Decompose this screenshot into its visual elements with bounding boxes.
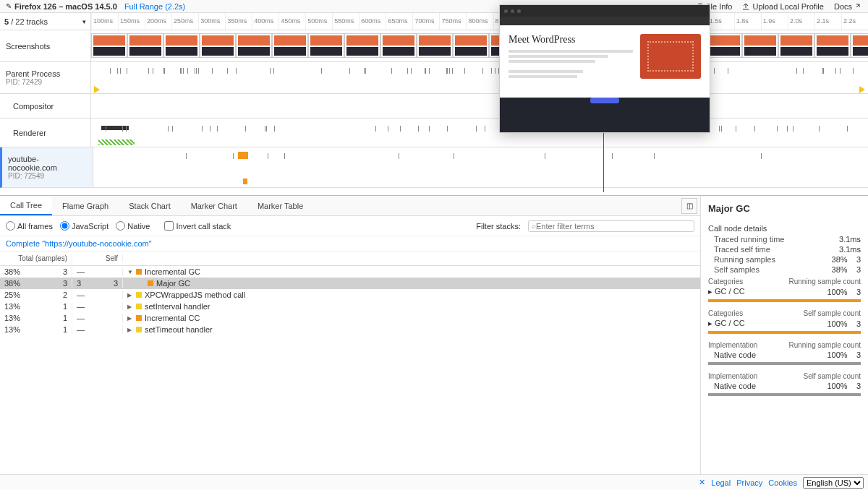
screenshot-thumb[interactable] <box>272 33 308 58</box>
impl-row: Native code100% 3 <box>701 349 868 361</box>
screenshot-thumb[interactable] <box>417 33 453 58</box>
screenshot-thumb[interactable] <box>380 33 417 58</box>
ruler-tick: 700ms <box>412 13 434 30</box>
category-bar <box>708 299 861 302</box>
section-header: Call node details <box>701 220 868 234</box>
screenshot-preview: Meet WordPress <box>499 4 710 133</box>
checkbox-invert[interactable]: Invert call stack <box>164 221 231 231</box>
tab-flamegraph[interactable]: Flame Graph <box>52 196 119 215</box>
calltree-row[interactable]: 13%1—▶setInterval handler <box>0 301 700 312</box>
language-select[interactable]: English (US) <box>803 477 864 489</box>
screenshot-thumb[interactable] <box>344 33 380 58</box>
screenshot-thumb[interactable] <box>91 33 127 58</box>
tracks-count: 5 / 22 tracks <box>4 17 48 26</box>
calltree-row[interactable]: 25%2—▶XPCWrappedJS method call <box>0 289 700 301</box>
calltree-row[interactable]: 38%3—▼Incremental GC <box>0 266 700 278</box>
impl-bar <box>708 393 861 396</box>
timeline-ruler[interactable]: 100ms150ms200ms250ms300ms350ms400ms450ms… <box>91 13 868 30</box>
call-tree[interactable]: 38%3—▼Incremental GC38%333Major GC25%2—▶… <box>0 266 700 335</box>
youtube-track[interactable] <box>93 147 868 187</box>
filter-input[interactable] <box>536 222 691 231</box>
category-bar <box>708 331 861 334</box>
impl-bar <box>708 362 861 365</box>
profile-title: Firefox 126 – macOS 14.5.0 <box>14 2 117 11</box>
category-row[interactable]: ▸ GC / CC100% 3 <box>701 317 868 330</box>
screenshot-thumb[interactable] <box>814 33 851 58</box>
tab-markerchart[interactable]: Marker Chart <box>181 196 247 215</box>
detail-title: Major GC <box>701 196 868 220</box>
preview-heading: Meet WordPress <box>509 34 633 46</box>
ruler-tick: 250ms <box>171 13 193 30</box>
impl-row: Native code100% 3 <box>701 380 868 392</box>
ruler-tick: 1.8s <box>734 13 749 30</box>
ruler-tick: 600ms <box>359 13 380 30</box>
breadcrumb[interactable]: Complete "https://youtube-nocookie.com" <box>0 236 700 252</box>
renderer-track[interactable] <box>91 119 868 147</box>
ruler-tick: 500ms <box>305 13 327 30</box>
calltree-row[interactable]: 13%1—▶setTimeout handler <box>0 324 700 335</box>
screenshot-thumb[interactable] <box>742 33 778 58</box>
radio-all-frames[interactable]: All frames <box>6 221 53 231</box>
upload-profile-button[interactable]: Upload Local Profile <box>742 2 823 11</box>
activity-hatch <box>98 139 135 145</box>
track-label-parent[interactable]: Parent Process PID: 72429 <box>0 62 91 93</box>
calltree-row[interactable]: 38%333Major GC <box>0 278 700 289</box>
gc-marker <box>238 152 248 159</box>
tab-stackchart[interactable]: Stack Chart <box>119 196 180 215</box>
ruler-tick: 650ms <box>386 13 407 30</box>
screenshot-thumb[interactable] <box>163 33 200 58</box>
ruler-tick: 750ms <box>439 13 461 30</box>
radio-javascript[interactable]: JavaScript <box>60 221 109 231</box>
compositor-track[interactable] <box>91 94 868 118</box>
ruler-tick: 150ms <box>118 13 140 30</box>
screenshot-thumb[interactable] <box>308 33 344 58</box>
marker-flag-icon <box>859 86 865 93</box>
close-icon[interactable]: ✕ <box>700 478 705 487</box>
legal-link[interactable]: Legal <box>711 478 731 487</box>
ruler-tick: 100ms <box>91 13 113 30</box>
ruler-tick: 1.9s <box>761 13 775 30</box>
ruler-tick: 350ms <box>225 13 247 30</box>
ruler-tick: 2.2s <box>841 13 856 30</box>
screenshot-thumb[interactable] <box>706 33 742 58</box>
preview-image <box>640 34 701 79</box>
radio-native[interactable]: Native <box>116 221 150 231</box>
edit-icon[interactable]: ✎ <box>6 2 12 10</box>
screenshot-thumb[interactable] <box>453 33 489 58</box>
track-label-renderer[interactable]: Renderer <box>0 119 91 147</box>
ruler-tick: 400ms <box>252 13 273 30</box>
chevron-down-icon: ▾ <box>82 18 86 25</box>
flag-icon <box>243 179 247 184</box>
filter-label: Filter stacks: <box>476 222 521 231</box>
marker-flag-icon <box>94 86 100 93</box>
screenshot-thumb[interactable] <box>127 33 163 58</box>
range-selector[interactable]: Full Range (2.2s) <box>124 2 185 11</box>
tab-calltree[interactable]: Call Tree <box>0 196 52 215</box>
parent-track[interactable] <box>91 62 868 93</box>
screenshot-thumb[interactable] <box>200 33 236 58</box>
col-header-self[interactable]: Self <box>72 254 123 262</box>
docs-link[interactable]: Docs <box>834 2 862 11</box>
privacy-link[interactable]: Privacy <box>736 478 762 487</box>
category-row[interactable]: ▸ GC / CC100% 3 <box>701 285 868 298</box>
track-label-compositor[interactable]: Compositor <box>0 94 91 118</box>
screenshot-thumb[interactable] <box>236 33 272 58</box>
ruler-tick: 450ms <box>278 13 300 30</box>
tracks-toggle[interactable]: 5 / 22 tracks ▾ <box>0 13 91 30</box>
screenshot-thumb[interactable] <box>851 33 868 58</box>
col-header-total[interactable]: Total (samples) <box>0 254 72 262</box>
screenshot-thumb[interactable] <box>778 33 814 58</box>
sidebar-toggle-icon[interactable]: ◫ <box>681 198 697 214</box>
calltree-row[interactable]: 13%1—▶Incremental CC <box>0 312 700 324</box>
ruler-tick: 2.0s <box>788 13 802 30</box>
tab-markertable[interactable]: Marker Table <box>247 196 313 215</box>
screenshots-strip[interactable] <box>91 30 868 61</box>
track-label-screenshots[interactable]: Screenshots <box>0 30 91 61</box>
ruler-tick: 550ms <box>332 13 354 30</box>
ruler-tick: 2.1s <box>814 13 829 30</box>
ruler-tick: 300ms <box>198 13 220 30</box>
ruler-tick: 800ms <box>466 13 488 30</box>
track-label-youtube[interactable]: youtube-nocookie.com PID: 72549 <box>2 147 93 187</box>
cookies-link[interactable]: Cookies <box>768 478 797 487</box>
ruler-tick: 200ms <box>145 13 166 30</box>
